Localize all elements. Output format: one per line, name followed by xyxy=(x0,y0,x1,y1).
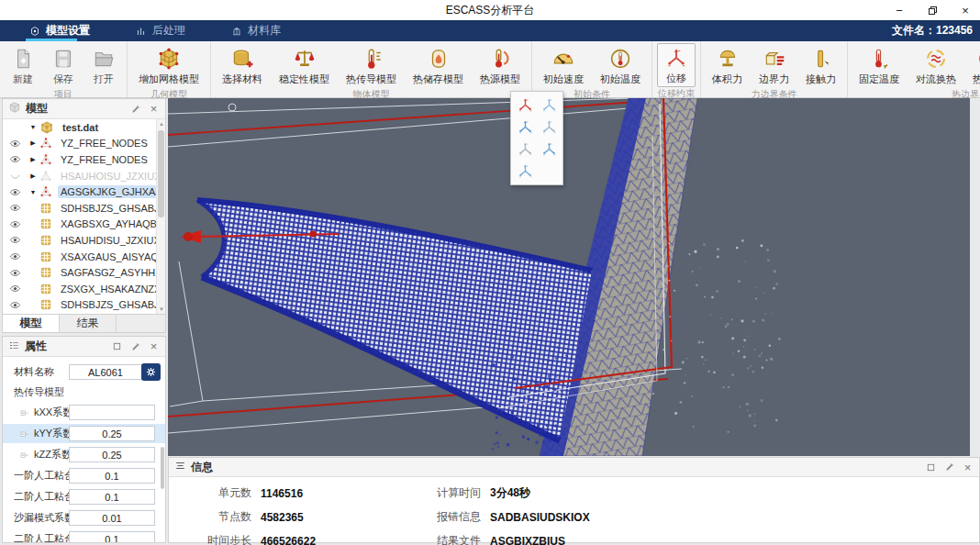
minimize-button[interactable]: − xyxy=(892,3,907,17)
toolbar-button[interactable]: 保存 xyxy=(44,43,83,88)
displacement-option-2[interactable] xyxy=(537,95,561,116)
displacement-option-4[interactable] xyxy=(537,117,561,138)
tree-item-label[interactable]: HSAUHOISU_JZXIUXHAHX xyxy=(58,170,156,183)
eye-icon xyxy=(9,234,21,246)
pin-icon[interactable] xyxy=(943,462,955,473)
property-value-input[interactable] xyxy=(69,447,155,462)
gear-white-icon xyxy=(145,366,157,378)
material-name-input[interactable] xyxy=(69,364,142,380)
property-value-input[interactable] xyxy=(69,489,155,505)
menu-tab-1[interactable]: 模型设置 xyxy=(26,20,94,41)
property-value-input[interactable] xyxy=(69,405,155,420)
scroll-down-icon[interactable]: ▼ xyxy=(157,305,166,314)
tree-item-label[interactable]: HSAUHDISU_JZXIUXHAHX xyxy=(58,234,156,247)
toolbar-button[interactable]: 热源模型 xyxy=(473,43,528,88)
toolbar-button[interactable]: 对流换热 xyxy=(908,43,963,88)
eye-icon[interactable] xyxy=(8,250,21,262)
eye-icon[interactable] xyxy=(8,218,21,230)
scrollbar-thumb[interactable] xyxy=(158,130,164,217)
toolbar-button[interactable]: 体积力 xyxy=(705,43,750,88)
scroll-up-icon[interactable]: ▲ xyxy=(157,119,166,128)
toolbar-button[interactable]: 热储存模型 xyxy=(406,43,471,88)
maximize-icon[interactable] xyxy=(925,462,937,473)
pin-icon[interactable] xyxy=(129,340,141,352)
property-value-input[interactable] xyxy=(69,510,155,526)
property-row: 二阶人工粘合性 xyxy=(3,487,165,506)
toolbar-button[interactable]: 增加网格模型 xyxy=(131,43,206,88)
viewport-3d[interactable] xyxy=(168,98,970,456)
restore-button[interactable] xyxy=(925,3,940,17)
tree-item-label[interactable]: YZ_FREE_NODES xyxy=(58,137,150,150)
properties-scrollbar[interactable] xyxy=(161,447,164,489)
tree-item-label[interactable]: SDHSBJZS_GHSABJHB_ZAHU xyxy=(58,298,156,311)
displacement-option-3[interactable] xyxy=(513,117,537,138)
caret-collapsed-icon[interactable]: ▶ xyxy=(28,172,38,180)
displacement-option-1[interactable] xyxy=(513,95,537,116)
displacement-option-5[interactable] xyxy=(513,139,537,160)
toolbar-group: 增加网格模型几何模型 xyxy=(128,41,211,97)
eye-icon xyxy=(9,299,21,311)
toolbar-button[interactable]: 稳定性模型 xyxy=(272,43,337,88)
displacement-option-7[interactable] xyxy=(513,161,537,182)
eye-icon[interactable] xyxy=(8,153,21,165)
caret-expanded-icon[interactable]: ▼ xyxy=(28,189,38,195)
property-value-input[interactable] xyxy=(69,426,155,441)
close-button[interactable]: × xyxy=(958,3,973,17)
tree-item-label[interactable]: XSAXGAUS_AISYAQSH_ASHX xyxy=(58,250,156,263)
contact-force-icon xyxy=(809,47,833,71)
tree-item-label[interactable]: SDHSBJZS_GHSABJHB_ZAHU xyxy=(58,202,156,215)
maximize-icon[interactable] xyxy=(111,340,123,352)
eye-icon[interactable] xyxy=(8,138,21,150)
material-settings-button[interactable] xyxy=(141,363,161,381)
toolbar-button[interactable]: 初始速度 xyxy=(536,43,591,88)
toolbar-button[interactable]: 打开 xyxy=(84,43,123,88)
eye-icon[interactable] xyxy=(8,267,21,279)
toolbar-button[interactable]: 位移 xyxy=(657,43,696,87)
left-tab-2[interactable]: 结果 xyxy=(60,315,117,332)
eye-icon[interactable] xyxy=(8,234,21,246)
menu-tab-2[interactable]: 后处理 xyxy=(132,20,189,41)
model-panel-icon xyxy=(8,101,21,117)
tree-item-label[interactable]: YZ_FREE_NODES xyxy=(58,153,150,166)
model-panel: 模型 × ▼test.dat▶YZ_FREE_NODES▶YZ_FREE_NOD… xyxy=(2,98,166,315)
caret-collapsed-icon[interactable]: ▶ xyxy=(28,156,38,163)
caret-collapsed-icon[interactable]: ▶ xyxy=(28,139,38,147)
toolbar-button[interactable]: 热传导模型 xyxy=(339,43,404,88)
balance-scale-icon xyxy=(293,47,317,71)
close-icon[interactable]: × xyxy=(962,462,974,473)
toolbar-button[interactable]: 初始温度 xyxy=(593,43,648,88)
close-icon[interactable]: × xyxy=(148,103,160,115)
tree-item-label[interactable]: ZSXGX_HSAKAZNZXK_AHASX xyxy=(58,283,156,295)
tree-item-label[interactable]: AGSGKJKG_GJHXAJKHXA xyxy=(58,185,156,198)
tree-scrollbar[interactable]: ▲ ▼ xyxy=(156,119,165,314)
toolbar-button[interactable]: 接触力 xyxy=(798,43,843,88)
tree-item-label[interactable]: test.dat xyxy=(60,121,101,134)
toolbar-button[interactable]: 固定温度 xyxy=(852,43,907,88)
eye-icon[interactable] xyxy=(8,283,21,295)
axis-icon xyxy=(540,118,558,136)
property-value-input[interactable] xyxy=(69,468,155,484)
toolbar-button[interactable]: 新建 xyxy=(4,43,42,88)
toolbar-button[interactable]: 选择材料 xyxy=(215,43,270,88)
displacement-option-6[interactable] xyxy=(537,139,561,160)
eye-icon[interactable] xyxy=(8,202,21,214)
toolbar-button[interactable]: 热辐射 xyxy=(965,43,980,88)
axis-icon xyxy=(517,140,534,158)
tree-item-label[interactable]: XAGBSXG_AYHAQBJ xyxy=(58,217,156,230)
pin-icon xyxy=(944,462,955,473)
left-tab-1[interactable]: 模型 xyxy=(3,315,60,332)
pin-icon[interactable] xyxy=(129,103,141,115)
toolbar-button-label: 热源模型 xyxy=(480,72,520,86)
eye-hidden-icon[interactable] xyxy=(8,170,21,182)
tree-item-label[interactable]: SAGFASGZ_ASYHHXSN xyxy=(58,266,156,279)
eye-icon[interactable] xyxy=(8,299,21,311)
toolbar-button[interactable]: 边界力 xyxy=(752,43,796,88)
tree-row: ZSXGX_HSAKAZNZXK_AHASX xyxy=(3,281,156,297)
eye-icon[interactable] xyxy=(8,186,21,198)
pin-icon xyxy=(130,104,141,115)
close-icon[interactable]: × xyxy=(148,340,160,352)
caret-expanded-icon[interactable]: ▼ xyxy=(28,124,38,130)
property-value-input[interactable] xyxy=(69,531,155,542)
menu-tab-3[interactable]: 材料库 xyxy=(228,20,284,41)
eye-icon xyxy=(9,267,21,279)
